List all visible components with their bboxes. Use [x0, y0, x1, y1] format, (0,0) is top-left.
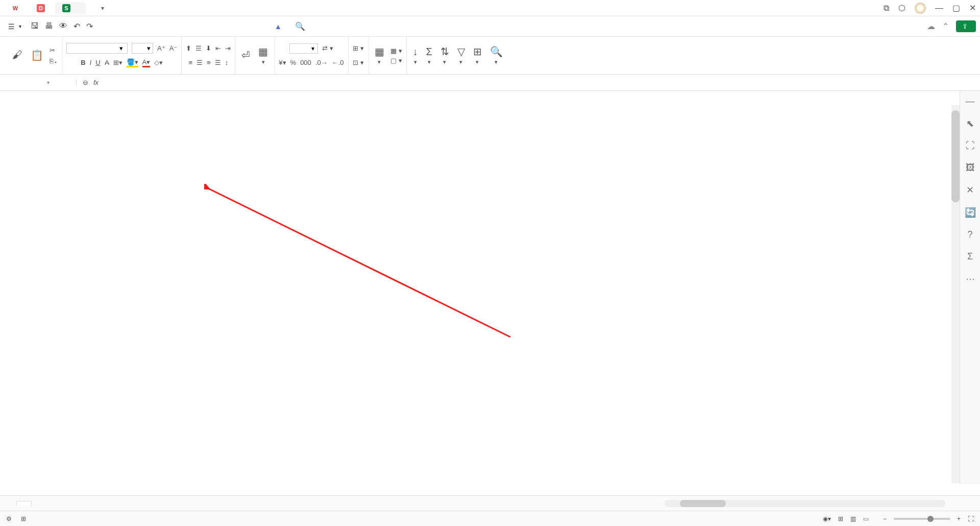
cloud-icon[interactable]: ☁ [927, 21, 935, 31]
worksheet-button[interactable]: ⊡ ▾ [353, 59, 364, 66]
horizontal-scrollbar[interactable] [665, 500, 945, 507]
share-icon: ⇪ [962, 22, 968, 30]
orientation-button[interactable]: ↕ [225, 59, 229, 66]
translate-icon[interactable]: 🖾 [966, 162, 975, 173]
row-col-button[interactable]: ⊞ ▾ [353, 44, 364, 52]
decrease-indent-button[interactable]: ⇤ [215, 44, 221, 52]
table-style-button[interactable]: ▦ ▾ [390, 47, 402, 55]
zoom-out-button[interactable]: − [883, 515, 887, 522]
fx-icon[interactable]: fx [93, 79, 99, 86]
sheet-tab[interactable] [16, 501, 32, 506]
underline-button[interactable]: U [95, 59, 100, 66]
find-button[interactable]: 🔍▾ [488, 44, 505, 66]
fullscreen-icon[interactable]: ⛶ [968, 515, 974, 522]
minimize-button[interactable]: — [935, 4, 943, 13]
formula-input-area[interactable]: ⊖ fx [77, 79, 980, 86]
number-format-select[interactable]: ▾ [289, 43, 318, 54]
comma-button[interactable]: 000 [300, 59, 311, 66]
align-top-button[interactable]: ⬆ [186, 44, 191, 52]
file-menu[interactable]: ☰ ▾ [4, 20, 26, 33]
avatar[interactable] [915, 3, 926, 14]
cell-style-button[interactable]: ▢ ▾ [390, 57, 402, 64]
decrease-font-button[interactable]: A⁻ [169, 44, 178, 52]
filter-button[interactable]: ▽▾ [455, 44, 467, 66]
undo-icon[interactable]: ↶ [74, 21, 80, 31]
wps-ai-button[interactable]: ▲ [275, 22, 285, 31]
tab-dropdown-icon[interactable]: ▾ [96, 5, 109, 12]
currency-button[interactable]: ¥▾ [279, 59, 286, 66]
filter-icon: ▽ [457, 45, 465, 58]
normal-view-icon[interactable]: ⊞ [838, 515, 843, 522]
convert-button[interactable]: ⇄ ▾ [322, 44, 333, 52]
reading-view-icon[interactable]: ▭ [863, 515, 869, 522]
cut-button[interactable]: ✂ [50, 46, 58, 54]
page-view-icon[interactable]: ▥ [850, 515, 856, 522]
tab-wps-office[interactable]: W [4, 2, 30, 14]
help-icon[interactable]: ? [967, 229, 972, 240]
tab-template[interactable]: D [30, 2, 55, 14]
search-icon[interactable]: 🔍 [295, 21, 305, 31]
view-icon[interactable]: ◉▾ [823, 515, 831, 522]
bold-button[interactable]: B [81, 59, 85, 66]
align-center-button[interactable]: ☰ [197, 59, 203, 66]
collapse-ribbon-icon[interactable]: ⌃ [942, 21, 949, 31]
align-bottom-button[interactable]: ⬇ [206, 44, 211, 52]
settings-icon[interactable]: ⚙ [6, 515, 12, 522]
grid-icon[interactable]: ⊞ [21, 515, 26, 522]
increase-indent-button[interactable]: ⇥ [225, 44, 231, 52]
vertical-scrollbar[interactable] [951, 105, 960, 483]
percent-button[interactable]: % [290, 59, 297, 66]
align-left-button[interactable]: ≡ [189, 59, 193, 66]
tools-icon[interactable]: ✕ [966, 184, 974, 196]
multi-window-icon[interactable]: ⧉ [884, 4, 889, 13]
formula-icon[interactable]: Σ [967, 251, 973, 262]
italic-button[interactable]: I [90, 59, 92, 66]
decrease-decimal-button[interactable]: ←.0 [332, 59, 344, 66]
tab-workbook[interactable]: S [55, 2, 86, 14]
replace-icon[interactable]: 🔄 [965, 207, 976, 218]
print-preview-icon[interactable]: 👁 [59, 21, 67, 31]
paste-button[interactable]: 📋 [29, 48, 45, 63]
sort-icon: ⇅ [440, 45, 449, 58]
conditional-format-button[interactable]: ▦▾ [373, 44, 386, 66]
increase-font-button[interactable]: A⁺ [157, 44, 165, 52]
zoom-slider[interactable] [894, 518, 950, 520]
cancel-icon[interactable]: ⊖ [83, 79, 88, 86]
scrollbar-thumb[interactable] [680, 500, 726, 507]
maximize-button[interactable]: ▢ [952, 3, 960, 13]
font-size-select[interactable]: ▾ [132, 43, 153, 54]
align-right-button[interactable]: ≡ [207, 59, 211, 66]
clear-format-button[interactable]: ◇▾ [154, 59, 163, 66]
cell-reference-box[interactable]: ▾ [0, 80, 77, 85]
more-icon[interactable]: ⋯ [966, 273, 975, 284]
save-icon[interactable]: 🖫 [31, 21, 39, 31]
freeze-button[interactable]: ⊞▾ [471, 44, 484, 66]
format-painter-button[interactable]: 🖌 [10, 48, 24, 63]
align-middle-button[interactable]: ☰ [195, 44, 202, 52]
minus-icon[interactable]: — [966, 96, 975, 107]
fill-button[interactable]: ↓▾ [411, 45, 420, 66]
font-color-button[interactable]: A▾ [142, 58, 151, 67]
border-button[interactable]: ⊞▾ [113, 59, 122, 66]
close-button[interactable]: ✕ [969, 3, 976, 13]
cube-icon[interactable]: ⬡ [898, 3, 905, 13]
print-icon[interactable]: 🖶 [45, 21, 53, 31]
font-family-select[interactable]: ▾ [66, 43, 128, 54]
wrap-text-button[interactable]: ⏎ [239, 48, 252, 63]
screenshot-icon[interactable]: ⛶ [966, 140, 975, 151]
share-button[interactable]: ⇪ [956, 20, 976, 32]
increase-decimal-button[interactable]: .0→ [315, 59, 328, 66]
merge-button[interactable]: ▦▾ [256, 44, 270, 66]
zoom-thumb[interactable] [927, 516, 934, 522]
sort-button[interactable]: ⇅▾ [438, 44, 451, 66]
select-icon[interactable]: ⬉ [966, 118, 974, 129]
zoom-in-button[interactable]: + [957, 515, 961, 522]
scrollbar-thumb[interactable] [951, 110, 960, 202]
redo-icon[interactable]: ↷ [86, 21, 93, 31]
sum-button[interactable]: Σ▾ [424, 45, 434, 66]
justify-button[interactable]: ☰ [215, 59, 221, 66]
fill-color-button[interactable]: 🪣▾ [127, 58, 138, 67]
copy-button[interactable]: ⎘▾ [50, 57, 58, 65]
strikethrough-button[interactable]: A̶ [105, 59, 109, 66]
chevron-down-icon: ▾ [311, 45, 314, 52]
